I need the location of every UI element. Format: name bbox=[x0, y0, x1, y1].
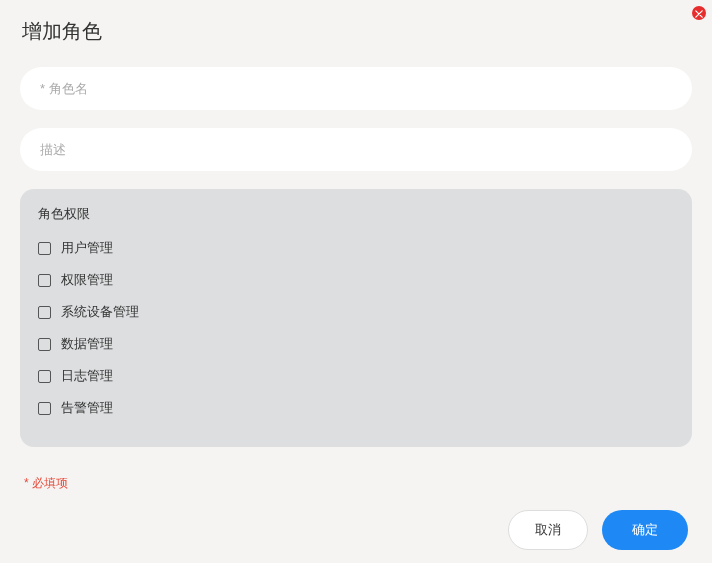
role-name-input[interactable] bbox=[20, 67, 692, 110]
button-row: 取消 确定 bbox=[20, 510, 692, 550]
checkbox-icon bbox=[38, 338, 51, 351]
permission-item-alarm-mgmt[interactable]: 告警管理 bbox=[38, 399, 674, 417]
required-note: * 必填项 bbox=[24, 475, 692, 492]
permission-item-user-mgmt[interactable]: 用户管理 bbox=[38, 239, 674, 257]
checkbox-icon bbox=[38, 306, 51, 319]
permission-label: 数据管理 bbox=[61, 335, 113, 353]
permission-item-data-mgmt[interactable]: 数据管理 bbox=[38, 335, 674, 353]
add-role-dialog: 增加角色 角色权限 用户管理 权限管理 系统设备管理 数据管理 日志管理 告警管… bbox=[0, 0, 712, 563]
permission-label: 权限管理 bbox=[61, 271, 113, 289]
checkbox-icon bbox=[38, 402, 51, 415]
checkbox-icon bbox=[38, 274, 51, 287]
checkbox-icon bbox=[38, 242, 51, 255]
cancel-button[interactable]: 取消 bbox=[508, 510, 588, 550]
permission-label: 日志管理 bbox=[61, 367, 113, 385]
permission-item-device-mgmt[interactable]: 系统设备管理 bbox=[38, 303, 674, 321]
permission-item-log-mgmt[interactable]: 日志管理 bbox=[38, 367, 674, 385]
permissions-title: 角色权限 bbox=[38, 205, 674, 223]
permission-label: 系统设备管理 bbox=[61, 303, 139, 321]
permission-label: 告警管理 bbox=[61, 399, 113, 417]
dialog-title: 增加角色 bbox=[22, 18, 692, 45]
permission-item-perm-mgmt[interactable]: 权限管理 bbox=[38, 271, 674, 289]
permission-label: 用户管理 bbox=[61, 239, 113, 257]
permissions-panel: 角色权限 用户管理 权限管理 系统设备管理 数据管理 日志管理 告警管理 bbox=[20, 189, 692, 447]
description-input[interactable] bbox=[20, 128, 692, 171]
close-button[interactable] bbox=[692, 6, 706, 20]
confirm-button[interactable]: 确定 bbox=[602, 510, 688, 550]
close-icon bbox=[695, 4, 703, 22]
checkbox-icon bbox=[38, 370, 51, 383]
